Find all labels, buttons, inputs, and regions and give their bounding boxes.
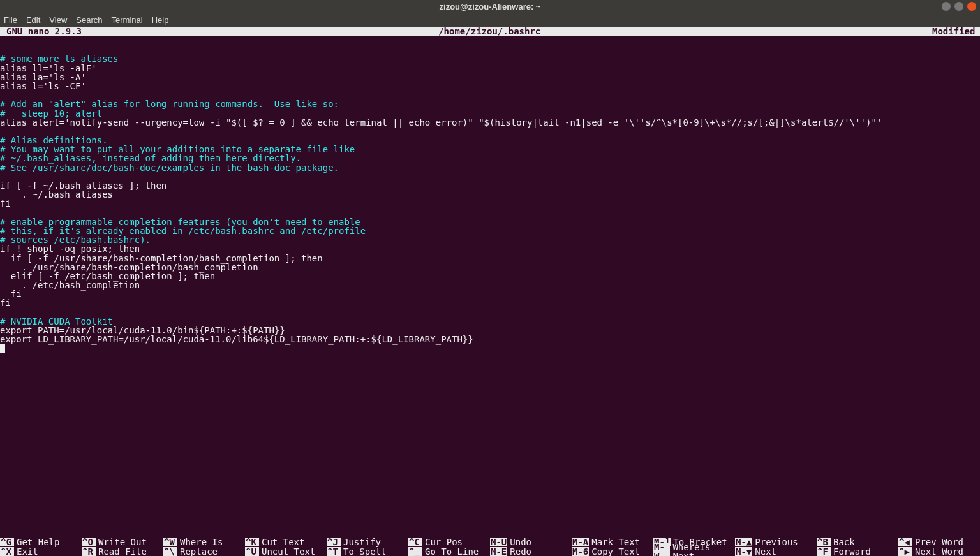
help-key: ^G bbox=[0, 538, 14, 546]
help-item: ^▶Next Word bbox=[898, 546, 980, 556]
help-item: M-AMark Text bbox=[572, 537, 653, 546]
help-item: ^\Replace bbox=[163, 546, 245, 556]
minimize-icon[interactable] bbox=[942, 2, 951, 11]
menu-search[interactable]: Search bbox=[76, 14, 102, 27]
editor-line: alias alert='notify-send --urgency=low -… bbox=[0, 118, 980, 127]
help-item: ^KCut Text bbox=[245, 537, 327, 546]
help-key: ^_ bbox=[408, 547, 422, 556]
help-key: M-W bbox=[653, 543, 670, 557]
maximize-icon[interactable] bbox=[954, 2, 963, 11]
help-key: M-A bbox=[572, 538, 589, 546]
menu-file[interactable]: File bbox=[4, 14, 17, 27]
editor-line: elif [ -f /etc/bash_completion ]; then bbox=[0, 272, 980, 281]
help-item: ^XExit bbox=[0, 546, 82, 556]
help-item: M-ERedo bbox=[490, 546, 572, 556]
help-label: Copy Text bbox=[591, 547, 640, 556]
help-key: ^J bbox=[327, 538, 341, 546]
editor-line: # Alias definitions. bbox=[0, 136, 980, 145]
editor-line bbox=[0, 208, 980, 217]
help-item: M-WWhereIs Next bbox=[653, 546, 735, 556]
help-item: ^RRead File bbox=[82, 546, 163, 556]
help-label: Cut Text bbox=[262, 538, 304, 546]
help-key: ^F bbox=[817, 547, 831, 556]
help-item: M-6Copy Text bbox=[572, 546, 653, 556]
help-item: ^UUncut Text bbox=[245, 546, 327, 556]
help-label: Redo bbox=[510, 547, 531, 556]
nano-app-name: GNU nano 2.9.3 bbox=[0, 27, 326, 36]
help-label: Get Help bbox=[17, 538, 59, 546]
help-label: Read File bbox=[98, 547, 147, 556]
help-key: ^U bbox=[245, 547, 259, 556]
nano-file-path: /home/zizou/.bashrc bbox=[326, 27, 652, 36]
help-item: ^_Go To Line bbox=[408, 546, 490, 556]
help-label: Go To Line bbox=[425, 547, 479, 556]
help-key: ^W bbox=[163, 538, 177, 546]
editor-line: # See /usr/share/doc/bash-doc/examples i… bbox=[0, 163, 980, 172]
help-label: To Spell bbox=[343, 547, 386, 556]
help-label: Justify bbox=[343, 538, 381, 546]
menu-view[interactable]: View bbox=[49, 14, 67, 27]
editor-line: # sleep 10; alert bbox=[0, 109, 980, 118]
editor-line: if ! shopt -oq posix; then bbox=[0, 244, 980, 253]
menubar: File Edit View Search Terminal Help bbox=[0, 14, 980, 27]
editor-line: # ~/.bash_aliases, instead of adding the… bbox=[0, 154, 980, 163]
editor-line bbox=[0, 127, 980, 136]
window-controls bbox=[942, 2, 976, 11]
editor-line: # enable programmable completion feature… bbox=[0, 217, 980, 226]
editor-line: export PATH=/usr/local/cuda-11.0/bin${PA… bbox=[0, 326, 980, 335]
editor-line: # You may want to put all your additions… bbox=[0, 145, 980, 154]
window-title: zizou@zizou-Alienware: ~ bbox=[440, 2, 541, 11]
help-key: ^B bbox=[817, 538, 831, 546]
help-label: Forward bbox=[833, 547, 871, 556]
help-key: ^X bbox=[0, 547, 14, 556]
help-label: Next bbox=[755, 547, 776, 556]
cursor-line bbox=[0, 344, 980, 353]
help-key: ^C bbox=[408, 538, 422, 546]
help-key: M-▼ bbox=[735, 547, 752, 556]
help-key: M-U bbox=[490, 538, 507, 546]
help-key: ^\ bbox=[163, 547, 177, 556]
nano-help-bar: ^GGet Help^OWrite Out^WWhere Is^KCut Tex… bbox=[0, 537, 980, 556]
close-icon[interactable] bbox=[967, 2, 976, 11]
help-item: ^CCur Pos bbox=[408, 537, 490, 546]
nano-header: GNU nano 2.9.3 /home/zizou/.bashrc Modif… bbox=[0, 27, 980, 36]
editor-line bbox=[0, 91, 980, 99]
editor-line: export LD_LIBRARY_PATH=/usr/local/cuda-1… bbox=[0, 335, 980, 344]
help-label: Uncut Text bbox=[262, 547, 315, 556]
help-item: ^FForward bbox=[817, 546, 898, 556]
nano-status: Modified bbox=[653, 27, 979, 36]
help-item: ^WWhere Is bbox=[163, 537, 245, 546]
help-label: WhereIs Next bbox=[672, 543, 735, 557]
editor-line: if [ -f ~/.bash_aliases ]; then bbox=[0, 181, 980, 190]
editor-line: # sources /etc/bash.bashrc). bbox=[0, 235, 980, 244]
help-key: ^K bbox=[245, 538, 259, 546]
editor-line: # Add an "alert" alias for long running … bbox=[0, 99, 980, 108]
help-label: Cur Pos bbox=[425, 538, 463, 546]
menu-help[interactable]: Help bbox=[152, 14, 169, 27]
help-item: ^OWrite Out bbox=[82, 537, 163, 546]
help-label: Mark Text bbox=[591, 538, 640, 546]
editor-area[interactable]: # some more ls aliasesalias ll='ls -alF'… bbox=[0, 36, 980, 353]
help-item: M-▼Next bbox=[735, 546, 817, 556]
help-label: Where Is bbox=[180, 538, 223, 546]
editor-line: # some more ls aliases bbox=[0, 54, 980, 63]
help-item: M-UUndo bbox=[490, 537, 572, 546]
help-label: Exit bbox=[17, 547, 38, 556]
help-label: Back bbox=[833, 538, 855, 546]
help-key: ^◀ bbox=[898, 538, 912, 546]
editor-line: # this, if it's already enabled in /etc/… bbox=[0, 226, 980, 235]
window-titlebar: zizou@zizou-Alienware: ~ bbox=[0, 0, 980, 14]
editor-line bbox=[0, 308, 980, 317]
editor-line: # NVIDIA CUDA Toolkit bbox=[0, 317, 980, 326]
help-label: Next Word bbox=[915, 547, 963, 556]
help-item: ^JJustify bbox=[327, 537, 408, 546]
help-item: M-▲Previous bbox=[735, 537, 817, 546]
help-key: M-E bbox=[490, 547, 507, 556]
help-key: ^O bbox=[82, 538, 96, 546]
help-item: ^GGet Help bbox=[0, 537, 82, 546]
menu-terminal[interactable]: Terminal bbox=[112, 14, 143, 27]
help-label: Replace bbox=[180, 547, 218, 556]
text-cursor bbox=[0, 344, 5, 353]
editor-line: . /etc/bash_completion bbox=[0, 281, 980, 289]
menu-edit[interactable]: Edit bbox=[26, 14, 40, 27]
